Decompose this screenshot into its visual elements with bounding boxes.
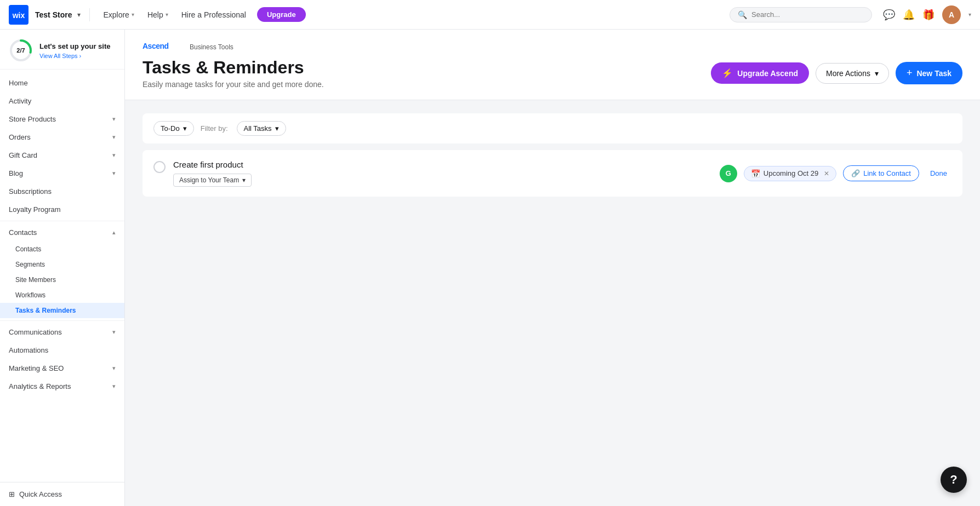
task-type-chevron-icon: ▾ — [275, 124, 279, 133]
page-header-row: Tasks & Reminders Easily manage tasks fo… — [143, 58, 962, 89]
sidebar-item-contacts[interactable]: Contacts ▴ — [0, 223, 124, 242]
page-title: Tasks & Reminders — [143, 58, 324, 78]
quick-access-label: Quick Access — [19, 490, 62, 498]
header-actions: ⚡ Upgrade Ascend More Actions ▾ + New Ta… — [711, 62, 962, 84]
store-products-chevron-icon: ▾ — [112, 116, 116, 123]
sidebar-item-automations[interactable]: Automations — [0, 341, 124, 359]
page-header: Ascend Business Tools Tasks & Reminders … — [125, 30, 980, 100]
help-chevron-icon: ▾ — [166, 12, 168, 18]
ascend-brand: Ascend Business Tools — [143, 41, 962, 53]
link-contact-button[interactable]: 🔗 Link to Contact — [843, 165, 919, 181]
sidebar-item-label: Blog — [9, 169, 23, 177]
view-all-steps-link[interactable]: View All Steps › — [39, 53, 111, 59]
status-filter-value: To-Do — [161, 124, 180, 133]
svg-text:Ascend: Ascend — [143, 42, 169, 50]
sidebar-divider-2 — [0, 320, 124, 321]
sidebar-item-label: Automations — [9, 346, 48, 354]
sidebar-item-gift-card[interactable]: Gift Card ▾ — [0, 146, 124, 164]
sidebar-sub-tasks-reminders[interactable]: Tasks & Reminders — [0, 303, 124, 318]
task-row: Create first product Assign to Your Team… — [143, 150, 962, 197]
ascend-logo: Ascend — [143, 41, 186, 53]
search-input[interactable] — [751, 10, 864, 19]
link-icon: 🔗 — [851, 169, 860, 177]
analytics-chevron-icon: ▾ — [112, 383, 116, 390]
sidebar-item-orders[interactable]: Orders ▾ — [0, 128, 124, 146]
date-label: Upcoming Oct 29 — [764, 169, 818, 177]
more-actions-chevron-icon: ▾ — [875, 69, 879, 78]
nav-icons: 💬 🔔 🎁 A ▾ — [883, 5, 971, 24]
status-filter[interactable]: To-Do ▾ — [153, 121, 194, 136]
sidebar-item-communications[interactable]: Communications ▾ — [0, 323, 124, 341]
assign-chevron-icon: ▾ — [242, 176, 246, 184]
notification-icon[interactable]: 🔔 — [903, 9, 915, 21]
explore-chevron-icon: ▾ — [132, 12, 134, 18]
wix-logo[interactable]: wix — [9, 5, 29, 25]
sidebar-item-analytics[interactable]: Analytics & Reports ▾ — [0, 377, 124, 395]
arrow-right-icon: › — [79, 53, 82, 59]
avatar[interactable]: A — [942, 5, 961, 24]
search-bar[interactable]: 🔍 — [730, 7, 872, 22]
upgrade-button[interactable]: Upgrade — [257, 7, 306, 22]
sidebar-sub-segments[interactable]: Segments — [0, 257, 124, 272]
assign-team-button[interactable]: Assign to Your Team ▾ — [173, 174, 252, 187]
setup-text: Let's set up your site — [39, 42, 111, 51]
blog-chevron-icon: ▾ — [112, 170, 116, 177]
top-navigation: wix Test Store ▾ Explore ▾ Help ▾ Hire a… — [0, 0, 980, 30]
sidebar-item-label: Gift Card — [9, 151, 37, 159]
hire-professional-link[interactable]: Hire a Professional — [177, 8, 250, 21]
sidebar-item-marketing[interactable]: Marketing & SEO ▾ — [0, 359, 124, 377]
search-icon: 🔍 — [738, 10, 747, 19]
sidebar-item-label: Contacts — [9, 228, 37, 237]
lightning-icon: ⚡ — [722, 68, 733, 78]
sidebar-item-loyalty[interactable]: Loyalty Program — [0, 200, 124, 219]
wix-logo-icon: wix — [9, 5, 29, 25]
task-type-filter[interactable]: All Tasks ▾ — [237, 121, 286, 136]
sidebar-item-subscriptions[interactable]: Subscriptions — [0, 182, 124, 200]
new-task-button[interactable]: + New Task — [896, 62, 962, 84]
sidebar-item-store-products[interactable]: Store Products ▾ — [0, 110, 124, 128]
progress-text: 2/7 — [9, 38, 33, 62]
setup-progress-block: 2/7 Let's set up your site View All Step… — [0, 30, 124, 70]
task-content: Create first product Assign to Your Team… — [173, 160, 711, 187]
quick-access[interactable]: ⊞ Quick Access — [0, 482, 124, 506]
task-left: Create first product Assign to Your Team… — [153, 160, 711, 187]
assign-label: Assign to Your Team — [179, 176, 239, 184]
explore-nav-link[interactable]: Explore ▾ — [99, 8, 138, 21]
done-button[interactable]: Done — [926, 169, 951, 177]
orders-chevron-icon: ▾ — [112, 134, 116, 141]
sidebar-item-label: Subscriptions — [9, 187, 52, 196]
ascend-tools-label: Business Tools — [190, 43, 233, 51]
gift-icon[interactable]: 🎁 — [922, 9, 935, 21]
help-bubble[interactable]: ? — [941, 467, 967, 493]
more-actions-button[interactable]: More Actions ▾ — [816, 63, 889, 84]
sidebar-item-label: Analytics & Reports — [9, 382, 71, 390]
sidebar-divider-contacts — [0, 221, 124, 221]
filter-by-label: Filter by: — [201, 124, 228, 133]
task-name: Create first product — [173, 160, 711, 169]
upgrade-ascend-button[interactable]: ⚡ Upgrade Ascend — [711, 62, 809, 84]
sidebar-item-label: Home — [9, 79, 28, 87]
task-checkbox[interactable] — [153, 161, 166, 173]
sidebar-item-label: Orders — [9, 133, 31, 141]
site-dropdown-chevron[interactable]: ▾ — [77, 11, 81, 19]
sidebar-item-home[interactable]: Home — [0, 74, 124, 92]
chat-icon[interactable]: 💬 — [883, 9, 895, 21]
sidebar-item-label: Marketing & SEO — [9, 364, 64, 372]
avatar-chevron-icon[interactable]: ▾ — [968, 12, 971, 18]
task-type-filter-value: All Tasks — [244, 124, 272, 133]
page-subtitle: Easily manage tasks for your site and ge… — [143, 80, 324, 89]
sidebar-item-blog[interactable]: Blog ▾ — [0, 164, 124, 182]
sidebar-sub-site-members[interactable]: Site Members — [0, 272, 124, 288]
svg-text:wix: wix — [12, 10, 25, 19]
date-remove-icon[interactable]: ✕ — [824, 170, 829, 177]
task-right: G 📅 Upcoming Oct 29 ✕ 🔗 Link to Contact … — [720, 165, 951, 182]
help-nav-link[interactable]: Help ▾ — [143, 8, 173, 21]
sidebar: 2/7 Let's set up your site View All Step… — [0, 30, 125, 506]
sidebar-sub-workflows[interactable]: Workflows — [0, 288, 124, 303]
sidebar-sub-contacts[interactable]: Contacts — [0, 242, 124, 257]
assignee-avatar: G — [720, 165, 737, 182]
sidebar-item-activity[interactable]: Activity — [0, 92, 124, 110]
communications-chevron-icon: ▾ — [112, 329, 116, 336]
sidebar-item-label: Store Products — [9, 115, 56, 123]
page-title-block: Tasks & Reminders Easily manage tasks fo… — [143, 58, 324, 89]
